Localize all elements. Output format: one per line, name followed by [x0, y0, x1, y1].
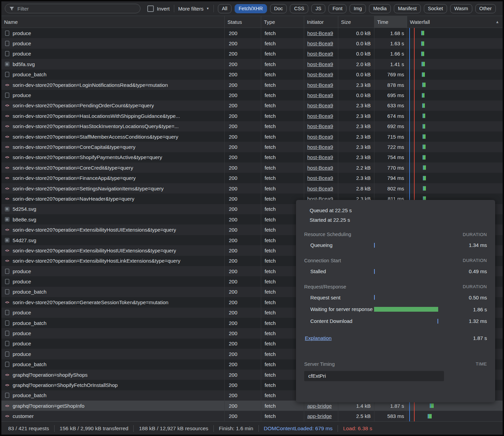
filter-input-box[interactable]: [5, 4, 140, 13]
table-row[interactable]: produce 200 fetch host-Bcea9 0.0 kB 695 …: [1, 90, 503, 100]
initiator-link[interactable]: host-Bcea9: [307, 72, 333, 77]
name-cell: sorin-dev-store20?operation=Extensibilit…: [1, 224, 225, 235]
table-row[interactable]: customer 200 fetch app-bridge 2.5 kB 583…: [1, 411, 503, 421]
filter-pill-img[interactable]: Img: [350, 4, 366, 13]
column-header-initiator[interactable]: Initiator: [304, 16, 338, 28]
filter-pill-fetch-xhr[interactable]: Fetch/XHR: [235, 4, 267, 13]
type-cell: fetch: [261, 131, 304, 142]
table-row[interactable]: produce_batch 200 fetch host-Bcea9 0.0 k…: [1, 69, 503, 80]
column-header-status[interactable]: Status: [225, 16, 261, 28]
name-cell: produce: [1, 49, 225, 59]
time-cell: 754 ms: [374, 152, 407, 162]
status-cell: 200: [225, 308, 261, 318]
initiator-link[interactable]: host-Bcea9: [307, 186, 333, 191]
time-cell: 692 ms: [374, 121, 407, 131]
table-row[interactable]: sorin-dev-store20?operation=ShopifyPayme…: [1, 152, 503, 162]
table-row[interactable]: produce 200 fetch host-Bcea9 0.0 kB 1.66…: [1, 49, 503, 59]
initiator-link[interactable]: host-Bcea9: [307, 61, 333, 67]
more-filters-button[interactable]: More filters ▼: [178, 6, 209, 12]
filter-pill-manifest[interactable]: Manifest: [394, 4, 421, 13]
request-name: bd5fa.svg: [13, 61, 35, 67]
initiator-link[interactable]: host-Bcea9: [307, 144, 333, 150]
filter-pill-other[interactable]: Other: [475, 4, 496, 13]
filter-pill-doc[interactable]: Doc: [270, 4, 287, 13]
document-icon: [4, 320, 10, 326]
name-cell: produce_batch: [1, 359, 225, 370]
name-cell: bd5fa.svg: [1, 59, 225, 69]
table-row[interactable]: sorin-dev-store20?operation=LoginNotific…: [1, 80, 503, 90]
type-filter-pills: AllFetch/XHRDocCSSJSFontImgMediaManifest…: [218, 4, 496, 13]
filter-pill-all[interactable]: All: [218, 4, 232, 13]
column-header-name[interactable]: Name: [1, 16, 225, 28]
request-name: produce_batch: [13, 320, 46, 326]
filter-pill-socket[interactable]: Socket: [424, 4, 447, 13]
request-name: graphql?operation=ShopifyFetchOrInstallS…: [13, 382, 118, 388]
status-cell: 200: [225, 28, 261, 38]
table-row[interactable]: produce 200 fetch host-Bcea9 0.0 kB 1.68…: [1, 28, 503, 38]
initiator-link[interactable]: host-Bcea9: [307, 154, 333, 160]
type-cell: fetch: [261, 152, 304, 162]
table-row[interactable]: produce 200 fetch host-Bcea9 0.0 kB 1.63…: [1, 38, 503, 48]
table-row[interactable]: sorin-dev-store20?operation=SettingsNavi…: [1, 183, 503, 193]
initiator-link[interactable]: host-Bcea9: [307, 30, 333, 36]
sort-ascending-icon: ▲: [495, 20, 499, 24]
code-icon: [4, 165, 10, 171]
column-header-size[interactable]: Size: [338, 16, 374, 28]
initiator-link[interactable]: host-Bcea9: [307, 92, 333, 98]
initiator-link[interactable]: host-Bcea9: [307, 123, 333, 129]
filter-pill-wasm[interactable]: Wasm: [450, 4, 472, 13]
filter-pill-js[interactable]: JS: [311, 4, 325, 13]
initiator-cell: host-Bcea9: [304, 80, 338, 90]
status-item: 83 / 421 requests: [8, 425, 49, 432]
request-name: produce_batch: [13, 361, 46, 367]
column-header-time[interactable]: Time: [374, 16, 407, 28]
waterfall-bar: [423, 155, 426, 159]
invert-checkbox[interactable]: [147, 5, 154, 12]
initiator-link[interactable]: host-Bcea9: [307, 82, 333, 88]
table-row[interactable]: sorin-dev-store20?operation=CoreCapital&…: [1, 142, 503, 152]
table-row[interactable]: sorin-dev-store20?operation=PendingOrder…: [1, 100, 503, 111]
status-cell: 200: [225, 131, 261, 142]
initiator-link[interactable]: host-Bcea9: [307, 175, 333, 181]
table-row[interactable]: sorin-dev-store20?operation=HasLocations…: [1, 111, 503, 121]
server-timing-title: Server Timing: [304, 361, 335, 367]
initiator-cell: host-Bcea9: [304, 173, 338, 183]
toolbar-divider: [213, 5, 214, 12]
table-row[interactable]: sorin-dev-store20?operation=StaffMemberA…: [1, 131, 503, 142]
filter-pill-font[interactable]: Font: [328, 4, 346, 13]
table-row[interactable]: sorin-dev-store20?operation=HasStockInve…: [1, 121, 503, 131]
table-row[interactable]: sorin-dev-store20?operation=FinanceApp&t…: [1, 173, 503, 183]
filter-pill-css[interactable]: CSS: [290, 4, 308, 13]
queued-at-text: Queued at 22.25 s: [304, 207, 487, 213]
time-cell: 695 ms: [374, 90, 407, 100]
table-row[interactable]: bd5fa.svg 200 fetch host-Bcea9 2.0 kB 1.…: [1, 59, 503, 69]
request-name: sorin-dev-store20?operation=SettingsNavi…: [13, 186, 164, 191]
name-cell: customer: [1, 411, 225, 421]
waterfall-bar: [423, 135, 426, 139]
size-cell: 0.0 kB: [338, 38, 374, 48]
code-icon: [4, 403, 10, 409]
initiator-link[interactable]: host-Bcea9: [307, 134, 333, 140]
name-cell: sorin-dev-store20?operation=Extensibilit…: [1, 256, 225, 266]
table-row[interactable]: sorin-dev-store20?operation=CoreCredit&t…: [1, 162, 503, 173]
waterfall-bar: [421, 62, 425, 66]
initiator-cell: host-Bcea9: [304, 162, 338, 173]
timing-tick: [374, 295, 375, 300]
initiator-link[interactable]: host-Bcea9: [307, 103, 333, 108]
explanation-row: Explanation 1.87 s: [304, 335, 487, 341]
size-cell: 2.3 kB: [338, 100, 374, 111]
waterfall-cell: [407, 80, 503, 90]
initiator-link[interactable]: host-Bcea9: [307, 113, 333, 119]
explanation-link[interactable]: Explanation: [305, 335, 331, 341]
initiator-link[interactable]: host-Bcea9: [307, 41, 333, 46]
column-header-type[interactable]: Type: [261, 16, 304, 28]
filter-input[interactable]: [17, 6, 136, 12]
initiator-link[interactable]: app-bridge: [307, 413, 332, 419]
initiator-link[interactable]: host-Bcea9: [307, 51, 333, 57]
request-name: produce: [13, 92, 31, 98]
column-header-waterfall[interactable]: Waterfall▲: [407, 16, 503, 28]
filter-pill-media[interactable]: Media: [369, 4, 391, 13]
initiator-link[interactable]: app-bridge: [307, 403, 332, 409]
status-cell: 200: [225, 318, 261, 328]
initiator-link[interactable]: host-Bcea9: [307, 165, 333, 171]
